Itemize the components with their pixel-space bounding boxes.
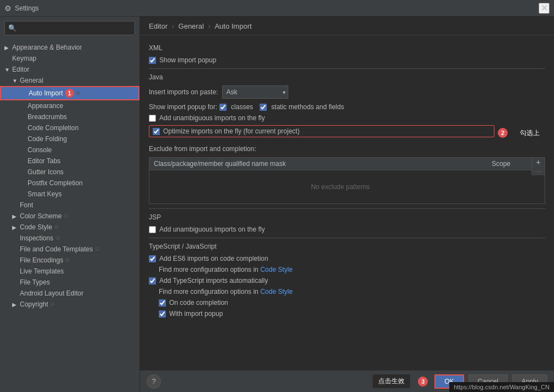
on-code-completion-checkbox[interactable] xyxy=(159,299,166,307)
sidebar-item-file-encodings[interactable]: File Encodings ⧉ xyxy=(0,255,139,266)
sidebar-item-android-layout-editor[interactable]: Android Layout Editor xyxy=(0,288,139,299)
static-methods-checkbox[interactable] xyxy=(260,104,267,111)
insert-on-paste-select[interactable]: Ask All None xyxy=(222,85,288,99)
arrow-icon: ▼ xyxy=(12,78,20,84)
sidebar-item-copyright[interactable]: ▶ Copyright ⧉ xyxy=(0,299,139,310)
sidebar-item-label: Smart Keys xyxy=(28,190,62,198)
with-import-popup-checkbox[interactable] xyxy=(159,310,166,318)
jsp-add-unambiguous-checkbox[interactable] xyxy=(149,226,156,233)
breadcrumb-auto-import: Auto Import xyxy=(214,22,251,30)
sidebar-item-label: Auto Import xyxy=(29,89,63,97)
sidebar-item-file-types[interactable]: File Types xyxy=(0,277,139,288)
arrow-icon: ▼ xyxy=(4,67,12,73)
breadcrumb: Editor › General › Auto Import xyxy=(140,17,554,35)
sidebar-item-label: Appearance xyxy=(28,102,63,110)
sidebar-item-appearance-behavior[interactable]: ▶ Appearance & Behavior xyxy=(0,42,139,53)
add-unambiguous-checkbox[interactable] xyxy=(149,115,156,122)
sidebar-item-inspections[interactable]: Inspections ⧉ xyxy=(0,233,139,244)
sidebar-item-live-templates[interactable]: Live Templates xyxy=(0,266,139,277)
sidebar-item-code-completion[interactable]: Code Completion xyxy=(0,122,139,133)
java-section-title: Java xyxy=(149,73,545,81)
sidebar-item-editor-tabs[interactable]: Editor Tabs xyxy=(0,155,139,167)
code-style-link-2[interactable]: Code Style xyxy=(260,288,293,296)
find-more-1-row: Find more configuration options in Code … xyxy=(149,266,545,273)
add-es6-row: Add ES6 imports on code completion xyxy=(149,255,545,262)
sidebar-page-icon: ⧉ xyxy=(95,246,99,253)
url-bar: https://blog.csdn.net/WangKing_CN xyxy=(449,382,554,392)
sidebar-item-breadcrumbs[interactable]: Breadcrumbs xyxy=(0,111,139,122)
sidebar-item-color-scheme[interactable]: ▶ Color Scheme ⧉ xyxy=(0,211,139,222)
ts-section-title: TypeScript / JavaScript xyxy=(149,243,545,250)
sidebar-page-icon: ⧉ xyxy=(50,301,54,308)
sidebar-item-code-folding[interactable]: Code Folding xyxy=(0,133,139,144)
sidebar-item-label: Breadcrumbs xyxy=(28,113,67,121)
table-col-name: Class/package/member qualified name mask xyxy=(149,158,487,170)
optimize-imports-row: Optimize imports on the fly (for current… xyxy=(149,125,494,137)
sidebar-item-label: Editor xyxy=(12,66,29,73)
table-add-button[interactable]: + xyxy=(531,158,545,167)
add-unambiguous-row: Add unambiguous imports on the fly xyxy=(149,114,545,122)
xml-section-title: XML xyxy=(149,44,545,52)
optimize-imports-checkbox[interactable] xyxy=(153,128,160,135)
arrow-icon: ▶ xyxy=(12,302,20,308)
sidebar-item-label: Font xyxy=(20,201,33,209)
help-button[interactable]: ? xyxy=(147,374,161,389)
search-input[interactable] xyxy=(8,24,131,32)
sep-xml-java xyxy=(149,68,545,69)
sep2: › xyxy=(208,22,212,30)
sidebar-item-font[interactable]: Font xyxy=(0,200,139,211)
annotation-step-2: 2 xyxy=(498,128,508,138)
table-col-scope: Scope xyxy=(487,158,531,170)
find-more-2-text: Find more configuration options in xyxy=(159,288,259,296)
no-exclude-label: No exclude patterns xyxy=(311,183,370,191)
add-ts-checkbox[interactable] xyxy=(149,277,156,284)
content-panel: Editor › General › Auto Import XML Show … xyxy=(140,17,554,392)
table-remove-button[interactable]: — xyxy=(531,167,545,175)
sidebar-item-label: Copyright xyxy=(20,300,48,308)
annotation-3-label: 点击生效 xyxy=(373,374,410,388)
sidebar-item-label: Gutter Icons xyxy=(28,168,63,176)
classes-checkbox[interactable] xyxy=(219,104,227,111)
settings-body: XML Show import popup Java Insert import… xyxy=(140,35,554,370)
sidebar-page-icon: ⧉ xyxy=(66,257,69,264)
sidebar-item-smart-keys[interactable]: Smart Keys xyxy=(0,189,139,200)
xml-show-import-popup-row: Show import popup xyxy=(149,56,545,64)
add-es6-checkbox[interactable] xyxy=(149,255,156,262)
code-style-link-1[interactable]: Code Style xyxy=(260,266,293,273)
search-box[interactable] xyxy=(4,21,135,35)
sidebar-item-console[interactable]: Console xyxy=(0,144,139,155)
sidebar-item-label: File and Code Templates xyxy=(20,245,93,253)
sidebar-item-appearance[interactable]: Appearance xyxy=(0,100,139,111)
sidebar-item-gutter-icons[interactable]: Gutter Icons xyxy=(0,167,139,178)
sidebar-page-icon: ⧉ xyxy=(55,224,58,230)
sidebar-item-general[interactable]: ▼ General xyxy=(0,75,139,86)
sidebar-item-label: Android Layout Editor xyxy=(20,289,83,297)
sidebar-item-postfix-completion[interactable]: Postfix Completion xyxy=(0,178,139,189)
sidebar-item-label: Code Style xyxy=(20,223,52,231)
gear-icon: ⚙ xyxy=(4,4,12,13)
sidebar-page-icon: ⧉ xyxy=(76,90,80,96)
arrow-icon: ▶ xyxy=(12,213,20,219)
main-container: ▶ Appearance & Behavior Keymap ▼ Editor … xyxy=(0,17,554,392)
close-button[interactable]: ✕ xyxy=(539,3,550,14)
sidebar-item-keymap[interactable]: Keymap xyxy=(0,53,139,64)
sidebar-item-label: Appearance & Behavior xyxy=(12,44,82,51)
sidebar-item-auto-import[interactable]: Auto Import 1 ⧉ xyxy=(0,86,139,100)
xml-show-import-popup-checkbox[interactable] xyxy=(149,57,156,64)
sidebar-item-editor[interactable]: ▼ Editor xyxy=(0,64,139,75)
exclude-label-row: Exclude from import and completion: xyxy=(149,144,545,154)
sidebar-item-label: Live Templates xyxy=(20,267,64,275)
jsp-section-title: JSP xyxy=(149,213,545,221)
add-ts-row: Add TypeScript imports automatically xyxy=(149,277,545,284)
sidebar-item-code-style[interactable]: ▶ Code Style ⧉ xyxy=(0,222,139,233)
sidebar-item-label: Console xyxy=(28,146,52,154)
jsp-add-unambiguous-row: Add unambiguous imports on the fly xyxy=(149,225,545,233)
sidebar-item-label: Color Scheme xyxy=(20,212,62,220)
sidebar-item-file-code-templates[interactable]: File and Code Templates ⧉ xyxy=(0,244,139,255)
sidebar-item-label: Inspections xyxy=(20,234,53,242)
sep-jsp-ts xyxy=(149,238,545,238)
optimize-imports-label: Optimize imports on the fly (for current… xyxy=(163,127,299,135)
exclude-label: Exclude from import and completion: xyxy=(149,145,256,153)
jsp-add-unambiguous-label: Add unambiguous imports on the fly xyxy=(159,225,265,233)
sidebar-page-icon: ⧉ xyxy=(64,213,68,219)
